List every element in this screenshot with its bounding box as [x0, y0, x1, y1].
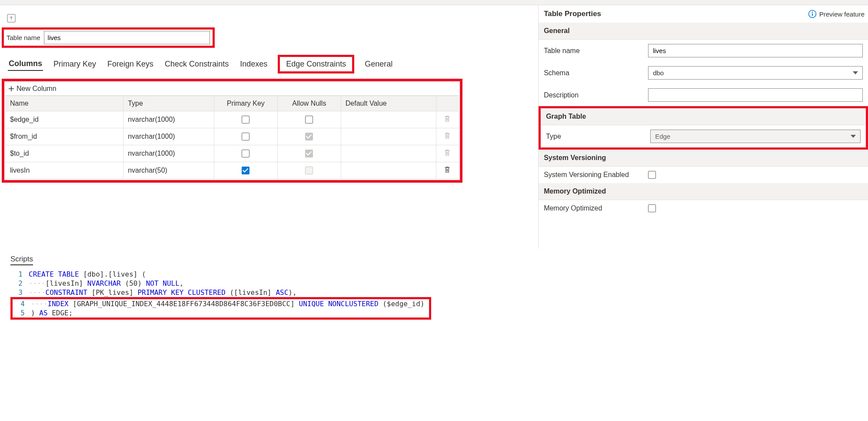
line-number: 4 [13, 300, 25, 308]
cell-default[interactable] [341, 128, 436, 145]
nulls-checkbox[interactable] [305, 133, 313, 140]
trash-icon [443, 149, 451, 157]
cell-nulls[interactable] [277, 111, 341, 128]
info-icon [808, 10, 817, 18]
line-number: 3 [10, 288, 23, 297]
section-graph-table: Graph Table [541, 108, 866, 125]
prop-description-label: Description [544, 91, 648, 99]
section-memory-optimized: Memory Optimized [539, 183, 868, 200]
cell-nulls[interactable] [277, 128, 341, 145]
plus-icon [8, 85, 15, 92]
cell-actions [436, 162, 459, 179]
table-name-row: Table name [2, 27, 215, 48]
columns-table-container: New Column Name Type Primary Key Allow N… [2, 79, 462, 183]
tab-foreign-keys[interactable]: Foreign Keys [106, 58, 154, 70]
prop-type-value: Edge [655, 133, 670, 140]
chevron-down-icon [851, 135, 856, 138]
cell-name[interactable]: $edge_id [6, 111, 123, 128]
prop-description-input[interactable] [648, 88, 863, 102]
pk-checkbox[interactable] [242, 150, 249, 157]
line-number: 1 [10, 270, 23, 278]
top-bar [0, 0, 868, 5]
scripts-title: Scripts [10, 255, 33, 265]
tab-check-constraints[interactable]: Check Constraints [164, 58, 229, 70]
table-name-input[interactable] [44, 31, 210, 44]
cell-actions [436, 145, 459, 162]
nulls-checkbox[interactable] [305, 150, 313, 157]
section-system-versioning: System Versioning [539, 150, 868, 167]
svg-rect-2 [812, 13, 813, 16]
cell-actions [436, 111, 459, 128]
pk-checkbox[interactable] [242, 116, 249, 124]
col-header-default: Default Value [341, 96, 436, 111]
scripts-panel: Scripts 1CREATE TABLE [dbo].[lives] (2··… [0, 249, 868, 326]
cell-actions [436, 128, 459, 145]
tab-columns[interactable]: Columns [8, 57, 43, 71]
prop-type-select: Edge [650, 130, 861, 143]
cell-type[interactable]: nvarchar(50) [123, 162, 214, 179]
trash-icon[interactable] [443, 166, 451, 174]
nulls-checkbox[interactable] [305, 167, 313, 174]
cell-type[interactable]: nvarchar(1000) [123, 145, 214, 162]
cell-type[interactable]: nvarchar(1000) [123, 128, 214, 145]
cell-name[interactable]: $from_id [6, 128, 123, 145]
prop-sysver-checkbox[interactable] [648, 171, 656, 179]
tab-primary-key[interactable]: Primary Key [53, 58, 97, 70]
script-code: 1CREATE TABLE [dbo].[lives] (2····[lives… [10, 270, 858, 320]
cell-default[interactable] [341, 111, 436, 128]
cell-nulls[interactable] [277, 162, 341, 179]
nulls-checkbox[interactable] [305, 116, 313, 124]
prop-schema-select[interactable]: dbo [648, 66, 863, 80]
cell-pk[interactable] [214, 128, 277, 145]
cell-type[interactable]: nvarchar(1000) [123, 111, 214, 128]
cell-pk[interactable] [214, 111, 277, 128]
cell-pk[interactable] [214, 145, 277, 162]
pk-checkbox[interactable] [242, 167, 249, 174]
tab-edge-constraints[interactable]: Edge Constraints [278, 55, 354, 74]
new-column-label: New Column [17, 85, 57, 93]
designer-tabs: Columns Primary Key Foreign Keys Check C… [3, 55, 535, 74]
line-number: 5 [13, 309, 25, 317]
col-header-actions [436, 96, 459, 111]
prop-table-name-label: Table name [544, 47, 648, 55]
table-row[interactable]: livesIn nvarchar(50) [6, 162, 459, 179]
preview-feature-badge: Preview feature [808, 10, 865, 18]
col-header-name: Name [6, 96, 123, 111]
svg-point-1 [812, 12, 813, 13]
trash-icon [443, 115, 451, 123]
line-number: 2 [10, 279, 23, 287]
cell-name[interactable]: livesIn [6, 162, 123, 179]
tab-indexes[interactable]: Indexes [239, 58, 268, 70]
properties-panel: Table Properties General Table name Sche… [538, 5, 868, 249]
table-row[interactable]: $to_id nvarchar(1000) [6, 145, 459, 162]
prop-memopt-label: Memory Optimized [544, 204, 648, 212]
table-row[interactable]: $edge_id nvarchar(1000) [6, 111, 459, 128]
prop-sysver-label: System Versioning Enabled [544, 171, 648, 179]
columns-table: Name Type Primary Key Allow Nulls Defaul… [5, 96, 459, 179]
chevron-down-icon [853, 71, 858, 74]
table-row[interactable]: $from_id nvarchar(1000) [6, 128, 459, 145]
publish-icon[interactable] [6, 13, 17, 23]
col-header-pk: Primary Key [214, 96, 277, 111]
cell-nulls[interactable] [277, 145, 341, 162]
trash-icon [443, 132, 451, 140]
prop-table-name-input[interactable] [648, 44, 863, 57]
cell-name[interactable]: $to_id [6, 145, 123, 162]
col-header-type: Type [123, 96, 214, 111]
highlighted-script-lines: 4····INDEX [GRAPH_UNIQUE_INDEX_4448E18FF… [10, 297, 431, 320]
tab-general[interactable]: General [364, 58, 393, 70]
cell-default[interactable] [341, 145, 436, 162]
section-general: General [539, 23, 868, 40]
cell-pk[interactable] [214, 162, 277, 179]
prop-schema-label: Schema [544, 69, 648, 77]
table-name-label: Table name [7, 34, 40, 41]
graph-table-section: Graph Table Type Edge [539, 106, 868, 150]
prop-schema-value: dbo [653, 69, 664, 77]
new-column-button[interactable]: New Column [5, 82, 459, 96]
preview-feature-label: Preview feature [819, 10, 865, 18]
pk-checkbox[interactable] [242, 133, 249, 140]
prop-type-label: Type [546, 133, 650, 140]
col-header-nulls: Allow Nulls [277, 96, 341, 111]
cell-default[interactable] [341, 162, 436, 179]
prop-memopt-checkbox[interactable] [648, 204, 656, 212]
